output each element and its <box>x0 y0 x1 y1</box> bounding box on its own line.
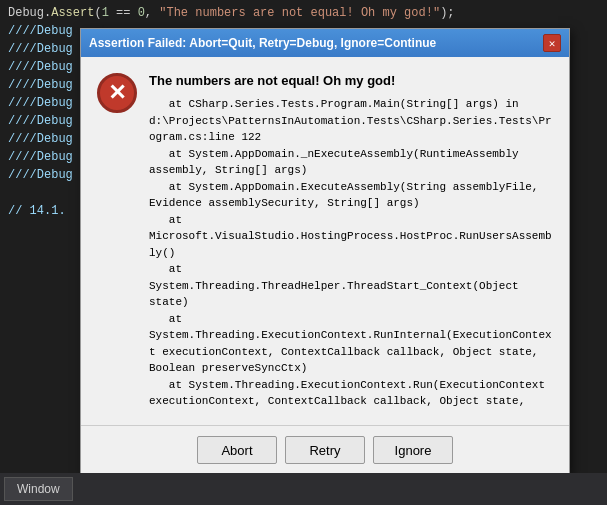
abort-button[interactable]: Abort <box>197 436 277 464</box>
dialog-titlebar: Assertion Failed: Abort=Quit, Retry=Debu… <box>81 29 569 57</box>
retry-button[interactable]: Retry <box>285 436 365 464</box>
dialog-footer: Abort Retry Ignore <box>81 425 569 474</box>
dialog-content: ✕ The numbers are not equal! Oh my god! … <box>81 57 569 425</box>
dialog-title: Assertion Failed: Abort=Quit, Retry=Debu… <box>89 36 436 50</box>
dialog-stack-trace: at CSharp.Series.Tests.Program.Main(Stri… <box>149 96 553 413</box>
dialog-message: The numbers are not equal! Oh my god! <box>149 73 553 88</box>
taskbar-window-item[interactable]: Window <box>4 477 73 501</box>
assertion-dialog: Assertion Failed: Abort=Quit, Retry=Debu… <box>80 28 570 475</box>
dialog-text-area: The numbers are not equal! Oh my god! at… <box>149 73 553 413</box>
ignore-button[interactable]: Ignore <box>373 436 453 464</box>
dialog-close-button[interactable]: ✕ <box>543 34 561 52</box>
error-icon: ✕ <box>97 73 137 113</box>
taskbar: Window <box>0 473 607 505</box>
error-icon-area: ✕ <box>97 73 137 113</box>
editor-line-1: Debug.Assert(1 == 0, "The numbers are no… <box>0 4 607 22</box>
